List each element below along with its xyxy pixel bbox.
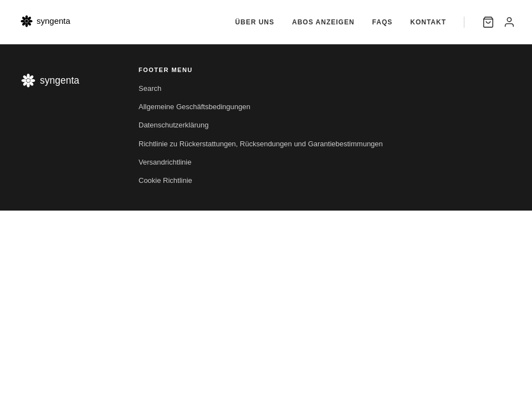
footer-link-agb[interactable]: Allgemeine Geschäftsbedingungen (139, 101, 515, 112)
footer-menu-section: FOOTER MENU Search Allgemeine Geschäftsb… (139, 66, 515, 186)
user-button[interactable] (503, 16, 515, 28)
svg-point-13 (27, 79, 30, 82)
svg-point-20 (22, 79, 27, 82)
footer-menu-title: FOOTER MENU (139, 66, 515, 73)
footer-link-search-anchor[interactable]: Search (139, 84, 161, 93)
nav-kontakt[interactable]: KONTAKT (410, 18, 446, 26)
svg-text:syngenta: syngenta (40, 75, 79, 86)
svg-point-1 (25, 15, 28, 19)
header-logo: syngenta ® (17, 8, 83, 36)
svg-point-18 (27, 83, 29, 88)
site-footer: syngenta ® FOOTER MENU Search Allgemeine… (0, 44, 532, 211)
syngenta-logo: syngenta ® (17, 8, 83, 36)
footer-link-cookie-anchor[interactable]: Cookie Richtlinie (139, 176, 192, 185)
svg-point-12 (507, 17, 511, 21)
cart-button[interactable] (482, 16, 494, 28)
footer-link-datenschutz[interactable]: Datenschutzerklärung (139, 120, 515, 130)
main-nav: ÜBER UNS ABOS ANZEIGEN FAQS KONTAKT (235, 16, 515, 28)
svg-point-7 (21, 19, 25, 22)
nav-faqs[interactable]: FAQS (372, 18, 393, 26)
user-icon (503, 16, 515, 28)
footer-content: syngenta ® FOOTER MENU Search Allgemeine… (17, 66, 515, 186)
footer-link-richtlinie[interactable]: Richtlinie zu Rückerstattungen, Rücksend… (139, 139, 515, 149)
cart-icon (482, 16, 494, 28)
svg-text:syngenta: syngenta (37, 16, 71, 25)
svg-point-5 (25, 23, 28, 27)
nav-abos-anzeigen[interactable]: ABOS ANZEIGEN (292, 18, 355, 26)
svg-point-14 (27, 74, 29, 79)
footer-link-search[interactable]: Search (139, 83, 515, 94)
footer-link-agb-anchor[interactable]: Allgemeine Geschäftsbedingungen (139, 103, 250, 111)
nav-uber-uns[interactable]: ÜBER UNS (235, 18, 274, 26)
footer-menu-list: Search Allgemeine Geschäftsbedingungen D… (139, 83, 515, 186)
footer-link-versand-anchor[interactable]: Versandrichtlinie (139, 158, 191, 166)
svg-point-0 (25, 19, 28, 22)
footer-logo-area: syngenta ® (17, 66, 105, 186)
footer-link-richtlinie-anchor[interactable]: Richtlinie zu Rückerstattungen, Rücksend… (139, 140, 383, 148)
nav-divider (464, 17, 464, 28)
footer-link-cookie[interactable]: Cookie Richtlinie (139, 175, 515, 186)
svg-point-16 (30, 79, 35, 82)
site-header: syngenta ® ÜBER UNS ABOS ANZEIGEN FAQS K… (0, 0, 532, 44)
footer-syngenta-logo: syngenta ® (17, 66, 94, 97)
header-icons (482, 16, 515, 28)
footer-link-versand[interactable]: Versandrichtlinie (139, 157, 515, 167)
svg-point-3 (28, 19, 33, 22)
footer-link-datenschutz-anchor[interactable]: Datenschutzerklärung (139, 121, 208, 129)
below-footer-area (0, 211, 532, 393)
